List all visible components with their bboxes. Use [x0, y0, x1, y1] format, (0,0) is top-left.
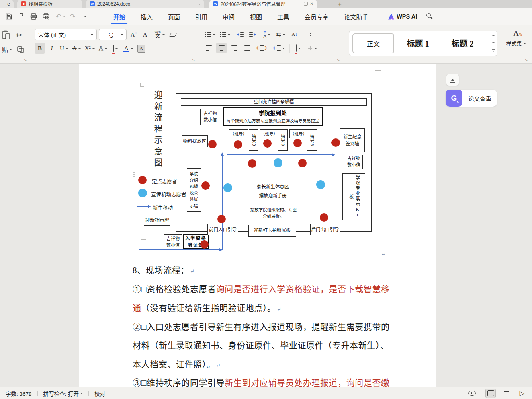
- paste-options-button[interactable]: 贴: [1, 44, 13, 55]
- shading-button[interactable]: [293, 43, 303, 53]
- undo-button[interactable]: ↶: [53, 11, 64, 22]
- tab-partial[interactable]: e: [0, 0, 14, 8]
- pinyin-guide-button[interactable]: wén文: [153, 29, 166, 40]
- box-class-tutor[interactable]: （班导）: [289, 129, 308, 138]
- flow-arrow-bottom[interactable]: [139, 249, 222, 250]
- ribbon-tab-view[interactable]: 视图: [242, 8, 270, 25]
- text-effects-button[interactable]: A: [98, 43, 108, 54]
- numbered-list-button[interactable]: [219, 29, 232, 40]
- sort-button[interactable]: A↓: [289, 29, 300, 40]
- box-banner[interactable]: 空间允许挂四条横幅: [181, 98, 367, 106]
- ribbon-tab-tools[interactable]: 工具: [270, 8, 297, 25]
- increase-indent-button[interactable]: [248, 29, 259, 40]
- box-mascot-bottom[interactable]: 吉祥物 数小信: [164, 234, 182, 250]
- borders-button[interactable]: [306, 43, 318, 53]
- text-line[interactable]: ②□入口处志愿者引导新生有序进入报道现场，提醒新生需要携带的: [133, 320, 390, 332]
- new-tab-button[interactable]: +: [336, 0, 343, 7]
- proofread-button[interactable]: 校对: [94, 389, 105, 397]
- box-counselor[interactable]: 辅导员: [249, 129, 258, 151]
- volunteer-dot-blue[interactable]: [274, 158, 282, 167]
- outline-view-button[interactable]: [501, 389, 512, 398]
- expand-corner-icon[interactable]: ↘: [192, 58, 195, 62]
- style-heading1[interactable]: 标题 1: [394, 37, 442, 49]
- box-welcome-sign[interactable]: 迎新指示牌: [144, 216, 170, 226]
- quickbar-more-button[interactable]: [80, 11, 90, 22]
- box-photo-board[interactable]: 迎新打卡拍照展板: [248, 225, 296, 237]
- box-class-tutor[interactable]: （班导）: [260, 129, 279, 138]
- box-major-display-board[interactable]: 学院专业展示KT板: [342, 173, 365, 220]
- box-rest-area[interactable]: 家长新生休息区 摆放迎新手册: [245, 181, 301, 202]
- ribbon-tab-paper-assistant[interactable]: 论文助手: [336, 8, 376, 25]
- gallery-up-icon[interactable]: [492, 33, 495, 36]
- volunteer-dot-red[interactable]: [217, 215, 226, 223]
- style-set-button[interactable]: A✎ 样式集: [501, 29, 530, 47]
- ribbon-tab-home[interactable]: 开始: [106, 8, 133, 25]
- chevron-down-icon[interactable]: [198, 4, 201, 6]
- flow-arrow-top[interactable]: [227, 154, 332, 155]
- justify-button[interactable]: [242, 43, 252, 53]
- line-spacing-button[interactable]: ⇕: [271, 43, 286, 53]
- search-button[interactable]: [425, 12, 434, 21]
- text-line[interactable]: 材料（新生录取通知书、身份证原件、毕业证原件（专升本新生）、: [133, 339, 390, 351]
- text-line[interactable]: ③□维持秩序的同学引导新生到对应辅导员处办理报道，询问是否缴: [133, 376, 390, 388]
- text-line[interactable]: 通（没有验证给新生指明验证地点）。↵: [133, 301, 390, 313]
- font-name-select[interactable]: 宋体 (正文): [35, 29, 97, 40]
- plagiarism-check-button[interactable]: G 论文查重: [446, 90, 497, 107]
- text-direction-button[interactable]: ⇄A: [262, 29, 272, 40]
- align-center-button[interactable]: [216, 43, 227, 53]
- ribbon-tab-insert[interactable]: 插入: [133, 8, 160, 25]
- print-preview-button[interactable]: [41, 11, 51, 22]
- highlight-button[interactable]: [110, 43, 121, 54]
- volunteer-dot-red[interactable]: [201, 181, 210, 190]
- font-color-button[interactable]: A: [122, 43, 135, 54]
- box-checkin[interactable]: 学院报到处 每个报到点后方放专业报到点立牌及辅导员易拉宝: [223, 107, 323, 126]
- tab-docer-template[interactable]: ◆ 找相亲模板: [17, 0, 82, 8]
- legend-red-dot[interactable]: [138, 176, 147, 184]
- expand-corner-icon[interactable]: ↘: [24, 58, 27, 62]
- print-button[interactable]: [28, 11, 39, 22]
- volunteer-dot-red[interactable]: [248, 159, 256, 168]
- volunteer-dot-red[interactable]: [263, 139, 272, 148]
- ribbon-tab-page[interactable]: 页面: [160, 8, 188, 25]
- volunteer-dot-red[interactable]: [200, 240, 209, 249]
- tab-active-doc[interactable]: W 20240624数字经济与信息管理 ✕: [209, 0, 317, 8]
- char-shading-button[interactable]: A: [136, 43, 147, 54]
- volunteer-dot-red[interactable]: [331, 138, 340, 147]
- drag-handle-icon[interactable]: [133, 172, 136, 178]
- box-signature-wall[interactable]: 新生纪念 签到墙: [340, 128, 365, 152]
- box-class-tutor[interactable]: （班导）: [229, 129, 248, 138]
- paste-button[interactable]: [1, 29, 12, 41]
- superscript-button[interactable]: X²: [84, 43, 96, 54]
- font-size-select[interactable]: 三号: [99, 29, 127, 40]
- bold-button[interactable]: B: [35, 43, 45, 54]
- box-mascot-right[interactable]: 吉祥物 数小信: [345, 155, 363, 169]
- spell-check-status[interactable]: 拼写检查: 打开: [43, 389, 79, 397]
- align-left-button[interactable]: [203, 43, 214, 53]
- volunteer-dot-red[interactable]: [293, 139, 302, 147]
- style-body[interactable]: 正文: [352, 33, 394, 53]
- volunteer-dot-red[interactable]: [320, 213, 328, 222]
- text-line[interactable]: ①□资格检验处志愿者询问是否进行入学资格验证，是否下载智慧移: [133, 282, 390, 294]
- distribute-button[interactable]: ❮❯: [255, 43, 268, 53]
- chevron-down-icon[interactable]: [80, 393, 83, 395]
- tab-docx[interactable]: W 20240624.docx: [86, 0, 204, 8]
- legend-arrow[interactable]: [137, 206, 148, 207]
- read-mode-button[interactable]: [467, 389, 477, 398]
- box-intro-board[interactable]: 学院介绍Kt板及荣誉展示墙: [187, 168, 201, 212]
- strikethrough-button[interactable]: A: [71, 43, 82, 54]
- wps-ai-button[interactable]: WPS AI: [386, 13, 419, 20]
- volunteer-dot-blue[interactable]: [223, 183, 232, 192]
- box-materials-area[interactable]: 物料摆放区: [182, 135, 208, 147]
- document-page[interactable]: 迎新流程示意图 定点志愿者 宣传机动志愿者 新生移动 迎新指示牌 吉祥物 数小信…: [79, 64, 436, 387]
- tab-list-caret-icon[interactable]: [349, 4, 351, 6]
- italic-button[interactable]: I: [47, 43, 57, 54]
- ribbon-tab-member[interactable]: 会员专享: [297, 8, 336, 25]
- box-org-boards[interactable]: 摆放学院组织架构、专业 介绍展板。: [248, 207, 299, 219]
- format-painter-button[interactable]: [15, 44, 26, 55]
- align-right-button[interactable]: [229, 43, 239, 53]
- eject-button[interactable]: [446, 74, 459, 86]
- diagram-title[interactable]: 迎新流程示意图: [151, 90, 164, 175]
- box-counselor[interactable]: 辅导员: [278, 129, 288, 151]
- decrease-font-button[interactable]: A−: [141, 29, 151, 40]
- wrap-button[interactable]: ⇆: [275, 29, 286, 40]
